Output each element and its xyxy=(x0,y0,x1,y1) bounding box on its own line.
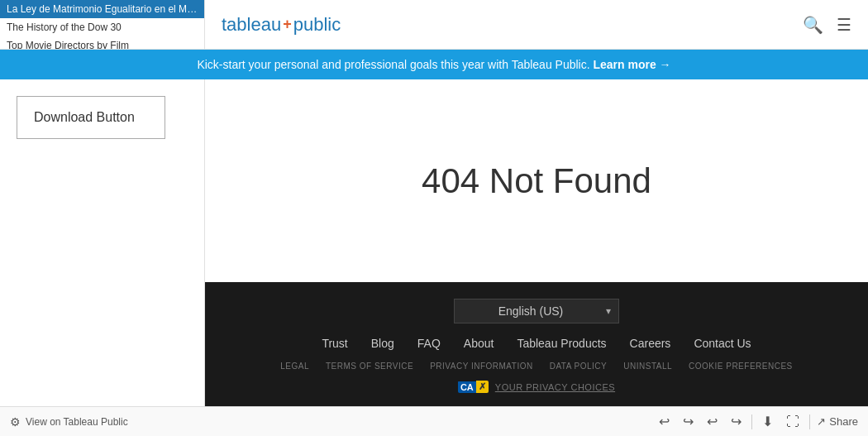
footer-link-products[interactable]: Tableau Products xyxy=(517,337,606,350)
footer-link-careers[interactable]: Careers xyxy=(630,337,671,350)
download-button[interactable]: Download Button xyxy=(17,96,165,139)
privacy-badge-blue: CA xyxy=(458,381,476,393)
fullscreen-button[interactable]: ⛶ xyxy=(783,413,803,431)
footer-tos-link[interactable]: TERMS OF SERVICE xyxy=(326,362,413,371)
nav-icons: 🔍 ☰ xyxy=(803,15,851,35)
download-icon-button[interactable]: ⬇ xyxy=(759,412,776,431)
not-found-section: 404 Not Found xyxy=(205,79,868,282)
gear-icon: ⚙ xyxy=(10,415,21,429)
bottom-toolbar: ⚙ View on Tableau Public ↩ ↪ ↩ ↪ ⬇ ⛶ ↗ S… xyxy=(0,406,868,436)
footer-privacy-link[interactable]: PRIVACY INFORMATION xyxy=(430,362,533,371)
footer-privacy-choices: CA ✗ YOUR PRIVACY CHOICES xyxy=(205,381,868,393)
site-footer: English (US) Français Deutsch 日本語 Españo… xyxy=(205,282,868,406)
logo-text-before: tableau xyxy=(222,14,281,36)
footer-cookie-link[interactable]: COOKIE PREFERENCES xyxy=(689,362,793,371)
search-icon[interactable]: 🔍 xyxy=(803,15,823,35)
banner-text: Kick-start your personal and professiona… xyxy=(197,58,589,71)
toolbar-divider-2 xyxy=(809,414,810,429)
top-bar: La Ley de Matrimonio Egualitario en el M… xyxy=(0,0,868,50)
redo2-button[interactable]: ↪ xyxy=(727,412,745,431)
top-nav: tableau + public 🔍 ☰ xyxy=(205,0,868,49)
sidebar-item-1[interactable]: The History of the Dow 30 xyxy=(0,18,204,36)
footer-legal: LEGAL TERMS OF SERVICE PRIVACY INFORMATI… xyxy=(205,362,868,371)
toolbar-divider xyxy=(751,414,752,429)
view-on-tableau-label: View on Tableau Public xyxy=(26,416,128,428)
logo-text-after: public xyxy=(293,14,341,36)
footer-uninstall-link[interactable]: UNINSTALL xyxy=(623,362,672,371)
not-found-title: 404 Not Found xyxy=(422,161,651,201)
share-label: Share xyxy=(829,415,858,428)
language-selector-wrapper: English (US) Français Deutsch 日本語 Españo… xyxy=(205,299,868,323)
banner-link[interactable]: Learn more → xyxy=(593,58,670,71)
main-area: Download Button 404 Not Found English (U… xyxy=(0,79,868,406)
bottom-left: ⚙ View on Tableau Public xyxy=(10,415,128,429)
footer-link-blog[interactable]: Blog xyxy=(371,337,394,350)
undo-button[interactable]: ↩ xyxy=(656,412,673,431)
language-select[interactable]: English (US) Français Deutsch 日本語 Españo… xyxy=(454,299,619,323)
redo-button[interactable]: ↪ xyxy=(680,412,697,431)
footer-legal-link[interactable]: LEGAL xyxy=(280,362,309,371)
share-button[interactable]: ↗ Share xyxy=(817,415,858,428)
share-icon: ↗ xyxy=(817,415,826,428)
sidebar-item-2[interactable]: Top Movie Directors by Film xyxy=(0,36,204,49)
promo-banner: Kick-start your personal and professiona… xyxy=(0,50,868,79)
left-panel: Download Button xyxy=(0,79,205,406)
bottom-right: ↩ ↪ ↩ ↪ ⬇ ⛶ ↗ Share xyxy=(656,412,858,431)
privacy-badge: CA ✗ xyxy=(458,381,489,393)
sidebar-panel: La Ley de Matrimonio Egualitario en el M… xyxy=(0,0,205,49)
footer-link-about[interactable]: About xyxy=(464,337,494,350)
logo-plus-icon: + xyxy=(283,16,292,33)
footer-data-policy-link[interactable]: DATA POLICY xyxy=(550,362,608,371)
lang-wrapper: English (US) Français Deutsch 日本語 Españo… xyxy=(454,299,619,323)
privacy-choices-link[interactable]: YOUR PRIVACY CHOICES xyxy=(495,382,615,392)
menu-icon[interactable]: ☰ xyxy=(837,15,851,35)
footer-link-faq[interactable]: FAQ xyxy=(417,337,441,350)
right-content: 404 Not Found English (US) Français Deut… xyxy=(205,79,868,406)
sidebar-item-0[interactable]: La Ley de Matrimonio Egualitario en el M… xyxy=(0,0,204,18)
footer-link-contact[interactable]: Contact Us xyxy=(694,337,751,350)
privacy-badge-yellow: ✗ xyxy=(476,381,489,393)
footer-nav: Trust Blog FAQ About Tableau Products Ca… xyxy=(205,337,868,350)
footer-link-trust[interactable]: Trust xyxy=(322,337,347,350)
tableau-logo: tableau + public xyxy=(222,14,341,36)
undo2-button[interactable]: ↩ xyxy=(703,412,721,431)
